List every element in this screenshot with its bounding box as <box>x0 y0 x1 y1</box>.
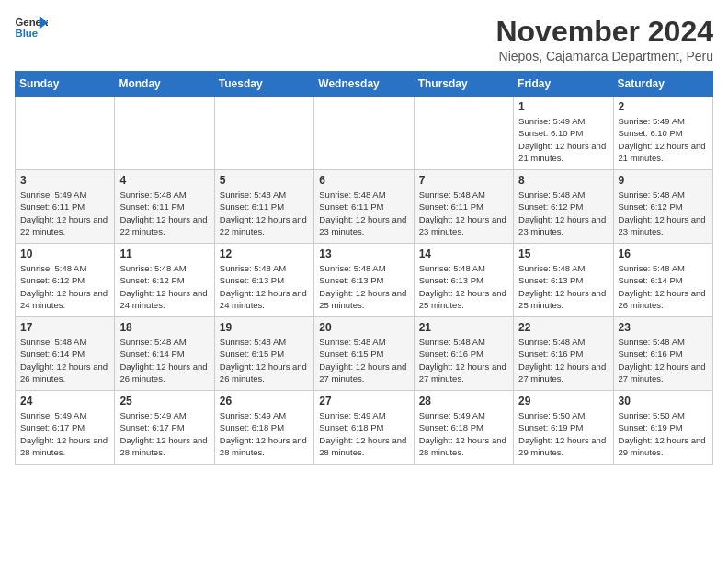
day-info: Sunrise: 5:48 AM Sunset: 6:11 PM Dayligh… <box>119 189 209 237</box>
day-info: Sunrise: 5:48 AM Sunset: 6:13 PM Dayligh… <box>220 262 309 311</box>
header: General Blue November 2024 Niepos, Cajam… <box>15 15 713 63</box>
calendar-cell <box>214 97 313 170</box>
calendar-cell: 10Sunrise: 5:48 AM Sunset: 6:12 PM Dayli… <box>16 244 115 317</box>
day-number: 24 <box>20 395 109 408</box>
day-number: 2 <box>619 100 708 113</box>
day-number: 14 <box>419 247 508 260</box>
calendar-cell: 27Sunrise: 5:49 AM Sunset: 6:18 PM Dayli… <box>314 391 414 465</box>
day-number: 16 <box>619 247 708 260</box>
svg-text:Blue: Blue <box>16 28 39 39</box>
day-info: Sunrise: 5:48 AM Sunset: 6:11 PM Dayligh… <box>419 189 508 237</box>
calendar-cell: 14Sunrise: 5:48 AM Sunset: 6:13 PM Dayli… <box>414 244 513 317</box>
day-number: 30 <box>619 395 708 408</box>
day-number: 29 <box>518 395 608 408</box>
day-number: 10 <box>20 247 109 260</box>
day-of-week-header: Saturday <box>613 72 712 97</box>
calendar-table: SundayMondayTuesdayWednesdayThursdayFrid… <box>15 71 713 465</box>
day-info: Sunrise: 5:49 AM Sunset: 6:18 PM Dayligh… <box>419 409 508 458</box>
day-info: Sunrise: 5:48 AM Sunset: 6:14 PM Dayligh… <box>119 336 209 385</box>
calendar-cell: 1Sunrise: 5:49 AM Sunset: 6:10 PM Daylig… <box>514 97 613 170</box>
day-number: 12 <box>220 247 309 260</box>
day-info: Sunrise: 5:48 AM Sunset: 6:13 PM Dayligh… <box>419 262 508 311</box>
day-number: 6 <box>319 174 408 187</box>
day-of-week-header: Friday <box>514 72 613 97</box>
location-subtitle: Niepos, Cajamarca Department, Peru <box>495 49 713 63</box>
day-info: Sunrise: 5:48 AM Sunset: 6:13 PM Dayligh… <box>518 262 608 311</box>
day-info: Sunrise: 5:48 AM Sunset: 6:13 PM Dayligh… <box>319 262 408 311</box>
calendar-cell: 9Sunrise: 5:48 AM Sunset: 6:12 PM Daylig… <box>613 170 712 244</box>
day-number: 7 <box>419 174 508 187</box>
title-area: November 2024 Niepos, Cajamarca Departme… <box>495 15 713 63</box>
calendar-cell: 5Sunrise: 5:48 AM Sunset: 6:11 PM Daylig… <box>214 170 313 244</box>
day-of-week-header: Sunday <box>16 72 115 97</box>
calendar-cell: 20Sunrise: 5:48 AM Sunset: 6:15 PM Dayli… <box>314 317 414 391</box>
day-info: Sunrise: 5:49 AM Sunset: 6:17 PM Dayligh… <box>20 409 109 458</box>
day-number: 15 <box>518 247 608 260</box>
day-number: 23 <box>619 321 708 334</box>
calendar-cell: 18Sunrise: 5:48 AM Sunset: 6:14 PM Dayli… <box>115 317 214 391</box>
day-of-week-header: Monday <box>115 72 214 97</box>
day-number: 27 <box>319 395 408 408</box>
day-number: 19 <box>220 321 309 334</box>
day-info: Sunrise: 5:48 AM Sunset: 6:16 PM Dayligh… <box>518 336 608 385</box>
day-info: Sunrise: 5:49 AM Sunset: 6:11 PM Dayligh… <box>20 189 109 237</box>
calendar-cell: 22Sunrise: 5:48 AM Sunset: 6:16 PM Dayli… <box>514 317 613 391</box>
calendar-cell: 25Sunrise: 5:49 AM Sunset: 6:17 PM Dayli… <box>115 391 214 465</box>
day-info: Sunrise: 5:49 AM Sunset: 6:18 PM Dayligh… <box>220 409 309 458</box>
calendar-cell: 28Sunrise: 5:49 AM Sunset: 6:18 PM Dayli… <box>414 391 513 465</box>
day-info: Sunrise: 5:48 AM Sunset: 6:11 PM Dayligh… <box>319 189 408 237</box>
day-of-week-header: Thursday <box>414 72 513 97</box>
day-number: 11 <box>119 247 209 260</box>
day-info: Sunrise: 5:48 AM Sunset: 6:12 PM Dayligh… <box>119 262 209 311</box>
day-info: Sunrise: 5:48 AM Sunset: 6:12 PM Dayligh… <box>20 262 109 311</box>
calendar-cell: 24Sunrise: 5:49 AM Sunset: 6:17 PM Dayli… <box>16 391 115 465</box>
day-info: Sunrise: 5:48 AM Sunset: 6:16 PM Dayligh… <box>619 336 708 385</box>
day-number: 21 <box>419 321 508 334</box>
day-number: 18 <box>119 321 209 334</box>
day-info: Sunrise: 5:50 AM Sunset: 6:19 PM Dayligh… <box>619 409 708 458</box>
day-of-week-header: Wednesday <box>314 72 414 97</box>
calendar-cell: 8Sunrise: 5:48 AM Sunset: 6:12 PM Daylig… <box>514 170 613 244</box>
day-info: Sunrise: 5:50 AM Sunset: 6:19 PM Dayligh… <box>518 409 608 458</box>
day-number: 28 <box>419 395 508 408</box>
calendar-cell: 4Sunrise: 5:48 AM Sunset: 6:11 PM Daylig… <box>115 170 214 244</box>
calendar-cell: 3Sunrise: 5:49 AM Sunset: 6:11 PM Daylig… <box>16 170 115 244</box>
day-info: Sunrise: 5:49 AM Sunset: 6:10 PM Dayligh… <box>619 115 708 164</box>
logo: General Blue <box>15 15 48 40</box>
calendar-cell: 17Sunrise: 5:48 AM Sunset: 6:14 PM Dayli… <box>16 317 115 391</box>
day-number: 17 <box>20 321 109 334</box>
calendar-cell: 21Sunrise: 5:48 AM Sunset: 6:16 PM Dayli… <box>414 317 513 391</box>
day-number: 4 <box>119 174 209 187</box>
day-number: 5 <box>220 174 309 187</box>
calendar-cell: 16Sunrise: 5:48 AM Sunset: 6:14 PM Dayli… <box>613 244 712 317</box>
calendar-cell: 7Sunrise: 5:48 AM Sunset: 6:11 PM Daylig… <box>414 170 513 244</box>
day-info: Sunrise: 5:49 AM Sunset: 6:18 PM Dayligh… <box>319 409 408 458</box>
day-info: Sunrise: 5:48 AM Sunset: 6:15 PM Dayligh… <box>319 336 408 385</box>
day-info: Sunrise: 5:48 AM Sunset: 6:11 PM Dayligh… <box>220 189 309 237</box>
day-info: Sunrise: 5:48 AM Sunset: 6:15 PM Dayligh… <box>220 336 309 385</box>
month-title: November 2024 <box>495 15 713 49</box>
day-number: 20 <box>319 321 408 334</box>
day-info: Sunrise: 5:49 AM Sunset: 6:10 PM Dayligh… <box>518 115 608 164</box>
day-number: 13 <box>319 247 408 260</box>
day-number: 26 <box>220 395 309 408</box>
calendar-cell <box>16 97 115 170</box>
day-info: Sunrise: 5:48 AM Sunset: 6:14 PM Dayligh… <box>619 262 708 311</box>
day-info: Sunrise: 5:49 AM Sunset: 6:17 PM Dayligh… <box>119 409 209 458</box>
calendar-cell: 30Sunrise: 5:50 AM Sunset: 6:19 PM Dayli… <box>613 391 712 465</box>
calendar-cell: 11Sunrise: 5:48 AM Sunset: 6:12 PM Dayli… <box>115 244 214 317</box>
calendar-cell: 15Sunrise: 5:48 AM Sunset: 6:13 PM Dayli… <box>514 244 613 317</box>
day-info: Sunrise: 5:48 AM Sunset: 6:16 PM Dayligh… <box>419 336 508 385</box>
day-number: 25 <box>119 395 209 408</box>
calendar-cell: 26Sunrise: 5:49 AM Sunset: 6:18 PM Dayli… <box>214 391 313 465</box>
day-number: 22 <box>518 321 608 334</box>
day-number: 3 <box>20 174 109 187</box>
calendar-cell: 29Sunrise: 5:50 AM Sunset: 6:19 PM Dayli… <box>514 391 613 465</box>
calendar-cell: 12Sunrise: 5:48 AM Sunset: 6:13 PM Dayli… <box>214 244 313 317</box>
day-number: 1 <box>518 100 608 113</box>
day-info: Sunrise: 5:48 AM Sunset: 6:14 PM Dayligh… <box>20 336 109 385</box>
calendar-cell <box>414 97 513 170</box>
calendar-cell: 19Sunrise: 5:48 AM Sunset: 6:15 PM Dayli… <box>214 317 313 391</box>
day-info: Sunrise: 5:48 AM Sunset: 6:12 PM Dayligh… <box>518 189 608 237</box>
day-number: 9 <box>619 174 708 187</box>
